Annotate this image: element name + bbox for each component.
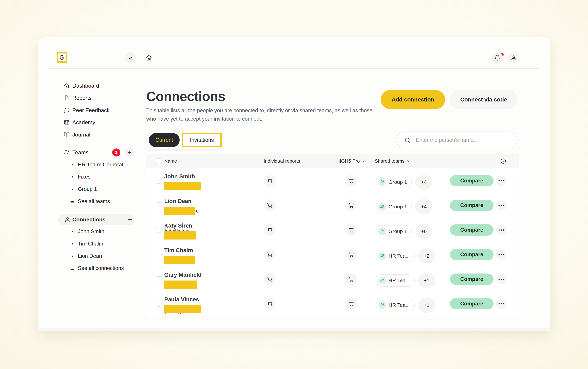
buy-individual-report-button[interactable] xyxy=(264,199,276,211)
profile-button[interactable] xyxy=(508,52,519,63)
buy-individual-report-button[interactable] xyxy=(264,249,276,260)
sidebar-item-dashboard[interactable]: Dashboard xyxy=(59,80,137,91)
team-name: Fixes xyxy=(78,174,91,180)
column-header-high5-pro[interactable]: HIGH5 Pro xyxy=(336,154,366,169)
shared-team-badge[interactable]: HR Tea... xyxy=(376,274,415,287)
chat-bubble-icon xyxy=(64,107,70,113)
film-icon xyxy=(64,120,70,125)
collapse-sidebar-button[interactable]: « xyxy=(125,52,136,63)
more-options-button[interactable] xyxy=(496,274,507,284)
row-checkbox[interactable] xyxy=(156,202,161,208)
shared-team-badge[interactable]: Group 1 xyxy=(376,225,412,238)
compare-button[interactable]: Compare xyxy=(450,273,494,285)
row-checkbox[interactable] xyxy=(156,252,161,258)
row-checkbox[interactable] xyxy=(156,276,161,282)
users-icon xyxy=(64,150,70,155)
row-checkbox[interactable] xyxy=(156,227,161,233)
more-options-button[interactable] xyxy=(496,249,507,260)
buy-high5-pro-button[interactable] xyxy=(345,273,357,285)
extra-teams-count[interactable]: +1 xyxy=(418,273,435,288)
person-name: Katy Siren xyxy=(164,222,192,229)
sidebar-item-peer-feedback[interactable]: Peer Feedback xyxy=(59,105,137,116)
tab-switcher: Current Invitations xyxy=(146,131,223,150)
sidebar-item-connection[interactable]: Lion Dean xyxy=(78,250,102,262)
buy-individual-report-button[interactable] xyxy=(264,298,276,310)
sidebar-item-connection[interactable]: John Smith xyxy=(78,226,104,237)
buy-individual-report-button[interactable] xyxy=(264,224,276,236)
table-row: Paula Vinces paula@ HR Tea... +1 Compare xyxy=(146,291,519,316)
shared-team-badge[interactable]: HR Tea... xyxy=(376,299,415,311)
extra-teams-count[interactable]: +6 xyxy=(415,224,432,239)
sidebar-item-reports[interactable]: Reports xyxy=(59,92,137,103)
search-field xyxy=(396,131,517,148)
extra-teams-count[interactable]: +1 xyxy=(418,298,435,313)
sidebar-item-journal[interactable]: Journal xyxy=(59,129,137,140)
team-badge-label: Group 1 xyxy=(388,204,407,209)
home-button[interactable] xyxy=(143,52,155,63)
redaction-bar xyxy=(164,280,197,289)
table-row: Lion Dean c Group 1 +4 Compare xyxy=(146,193,519,218)
buy-high5-pro-button[interactable] xyxy=(345,199,357,211)
see-all-teams-link[interactable]: See all teams xyxy=(70,196,110,207)
sidebar-item-label: Journal xyxy=(72,131,90,138)
column-header-individual-reports[interactable]: Individual reports xyxy=(264,154,306,169)
sidebar-item-label: Peer Feedback xyxy=(72,107,109,113)
buy-high5-pro-button[interactable] xyxy=(345,249,357,260)
see-all-connections-link[interactable]: See all connections xyxy=(70,263,124,274)
row-checkbox[interactable] xyxy=(156,301,161,307)
shared-team-badge[interactable]: Group 1 xyxy=(376,200,412,213)
team-badge-label: HR Tea... xyxy=(388,302,410,308)
buy-high5-pro-button[interactable] xyxy=(345,298,357,310)
compare-button[interactable]: Compare xyxy=(450,175,494,186)
list-icon xyxy=(70,199,75,204)
ellipsis-icon xyxy=(501,180,502,181)
sidebar-item-academy[interactable]: Academy xyxy=(59,117,137,128)
row-checkbox[interactable] xyxy=(156,178,161,184)
info-icon[interactable] xyxy=(500,158,506,164)
team-badge-label: Group 1 xyxy=(388,229,407,234)
sidebar-item-connection[interactable]: Tim Chalm xyxy=(78,238,103,249)
select-all-checkbox[interactable] xyxy=(156,158,161,164)
compare-button[interactable]: Compare xyxy=(450,298,494,309)
sidebar-item-label: Academy xyxy=(72,119,95,126)
sidebar-item-team[interactable]: HR Team: Corporat... xyxy=(78,159,128,170)
column-header-name[interactable]: Name xyxy=(164,154,183,169)
add-team-button[interactable]: + xyxy=(125,148,134,157)
extra-teams-count[interactable]: +4 xyxy=(415,199,432,214)
column-header-shared-teams[interactable]: Shared teams xyxy=(375,154,410,169)
compare-button[interactable]: Compare xyxy=(450,249,494,260)
document-icon xyxy=(64,95,70,101)
redaction-bar xyxy=(164,305,201,313)
shared-team-badge[interactable]: Group 1 xyxy=(376,176,412,188)
search-input[interactable] xyxy=(416,133,512,148)
add-connection-button[interactable]: Add connection xyxy=(381,90,445,109)
tab-current[interactable]: Current xyxy=(149,133,180,147)
buy-high5-pro-button[interactable] xyxy=(345,224,357,236)
buy-individual-report-button[interactable] xyxy=(264,175,276,187)
compare-button[interactable]: Compare xyxy=(450,200,494,211)
tab-invitations[interactable]: Invitations xyxy=(182,133,222,147)
connect-via-code-button[interactable]: Connect via code xyxy=(450,90,517,109)
more-options-button[interactable] xyxy=(496,200,507,211)
notifications-button[interactable] xyxy=(492,52,503,63)
page-title: Connections xyxy=(146,89,225,104)
users-icon xyxy=(378,277,386,284)
buy-individual-report-button[interactable] xyxy=(264,273,276,285)
shared-team-badge[interactable]: HR Tea... xyxy=(376,250,415,262)
more-options-button[interactable] xyxy=(496,299,507,309)
table-row: Gary Manfield HR Tea... +1 Compare xyxy=(146,267,519,292)
compare-button[interactable]: Compare xyxy=(450,224,494,236)
sidebar-item-team[interactable]: Group 1 xyxy=(78,183,97,195)
extra-teams-count[interactable]: +2 xyxy=(418,248,435,263)
buy-high5-pro-button[interactable] xyxy=(345,175,357,187)
more-options-button[interactable] xyxy=(496,225,507,235)
team-badge-label: HR Tea... xyxy=(388,278,410,283)
add-connection-sidebar-button[interactable]: + xyxy=(126,215,134,224)
sidebar-item-team[interactable]: Fixes xyxy=(78,171,91,182)
sidebar-section-connections[interactable]: Connections + xyxy=(58,214,135,225)
person-name: Lion Dean xyxy=(164,198,192,204)
app-logo[interactable]: 5 xyxy=(57,52,67,63)
more-options-button[interactable] xyxy=(496,175,507,186)
chevron-down-icon xyxy=(179,159,183,163)
extra-teams-count[interactable]: +4 xyxy=(415,175,432,190)
